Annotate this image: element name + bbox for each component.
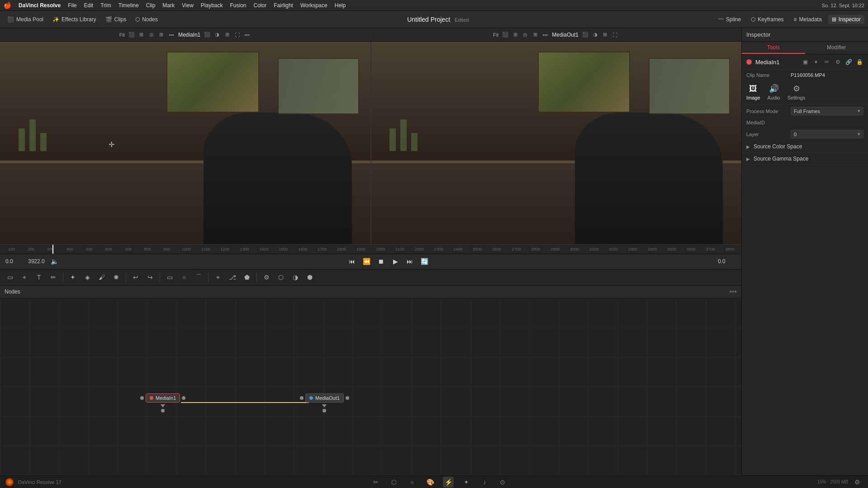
view-mode-icon[interactable]: ⬛ bbox=[128, 31, 136, 39]
menu-fairlight[interactable]: Fairlight bbox=[274, 2, 293, 9]
volume-icon[interactable]: 🔈 bbox=[51, 258, 58, 265]
right-zoom-icon[interactable]: ⬛ bbox=[581, 31, 589, 39]
tool-crosshair[interactable]: ⌖ bbox=[18, 271, 31, 284]
status-fairlight-icon[interactable]: ⚡ bbox=[443, 477, 454, 488]
right-grid-icon[interactable]: ⊞ bbox=[531, 31, 539, 39]
tool-extra4[interactable]: ⬢ bbox=[304, 271, 316, 284]
status-edit-icon[interactable]: ⬡ bbox=[389, 477, 399, 488]
status-settings-icon[interactable]: ⚙ bbox=[852, 477, 863, 488]
img-tab-audio[interactable]: 🔊 Audio bbox=[768, 84, 780, 100]
menu-playback[interactable]: Playback bbox=[201, 2, 223, 9]
tool-merge[interactable]: ◈ bbox=[81, 271, 94, 284]
clips-button[interactable]: 🎬 Clips bbox=[102, 13, 130, 26]
menu-trim[interactable]: Trim bbox=[100, 2, 111, 9]
tab-tools[interactable]: Tools bbox=[742, 42, 805, 54]
spline-button[interactable]: 〰 Spline bbox=[715, 15, 745, 24]
view-more-icon[interactable]: ••• bbox=[167, 31, 175, 39]
media-out-right-connector[interactable] bbox=[346, 396, 349, 400]
go-to-end-button[interactable]: ⏭ bbox=[404, 256, 415, 267]
menu-fusion[interactable]: Fusion bbox=[230, 2, 247, 9]
media-pool-button[interactable]: ⬛ Media Pool bbox=[4, 13, 47, 26]
right-full-icon[interactable]: ⛶ bbox=[611, 31, 619, 39]
left-zoom-icon[interactable]: ⬛ bbox=[203, 31, 211, 39]
media-in-bottom-dot[interactable] bbox=[161, 409, 165, 412]
nodes-canvas[interactable]: MediaIn1 MediaOut1 bbox=[0, 298, 741, 488]
tool-undo-path[interactable]: ↩ bbox=[129, 271, 142, 284]
img-tab-settings[interactable]: ⚙ Settings bbox=[787, 84, 806, 100]
node-link-icon[interactable]: 🔗 bbox=[844, 58, 853, 66]
status-fusion-icon[interactable]: ⟐ bbox=[407, 477, 417, 488]
tool-pen[interactable]: ✏ bbox=[47, 271, 60, 284]
timeline-ruler[interactable]: 100 200 300 400 500 600 700 800 900 1000… bbox=[0, 244, 741, 254]
stop-button[interactable]: ⏹ bbox=[375, 256, 386, 267]
right-layout-icon[interactable]: ⊞ bbox=[511, 31, 519, 39]
go-to-start-button[interactable]: ⏮ bbox=[346, 256, 357, 267]
tool-rect[interactable]: ▭ bbox=[163, 271, 176, 284]
nodes-button[interactable]: ⬡ Nodes bbox=[132, 13, 161, 26]
effects-library-button[interactable]: ✨ Effects Library bbox=[49, 13, 100, 26]
step-back-button[interactable]: ⏪ bbox=[361, 256, 372, 267]
tool-transform[interactable]: ⌖ bbox=[212, 271, 224, 284]
view-grid-icon[interactable]: ⊞ bbox=[157, 31, 166, 39]
tool-particle[interactable]: ✺ bbox=[110, 271, 123, 284]
media-out-left-connector[interactable] bbox=[300, 396, 304, 400]
tool-curve[interactable]: ⌒ bbox=[192, 271, 205, 284]
tool-extra2[interactable]: ⬡ bbox=[275, 271, 287, 284]
img-tab-image[interactable]: 🖼 Image bbox=[746, 84, 760, 100]
app-name[interactable]: DaVinci Resolve bbox=[19, 2, 61, 9]
media-in-right-connector[interactable] bbox=[182, 396, 185, 400]
menu-help[interactable]: Help bbox=[335, 2, 346, 9]
right-overlay-icon[interactable]: ◎ bbox=[521, 31, 529, 39]
keyframes-button[interactable]: ⬡ Keyframes bbox=[747, 15, 787, 24]
metadata-button[interactable]: ≡ Metadata bbox=[790, 15, 825, 24]
right-view2-icon[interactable]: ◑ bbox=[591, 31, 599, 39]
playhead[interactable] bbox=[52, 245, 53, 254]
node-settings-icon[interactable]: ⚙ bbox=[834, 58, 842, 66]
right-view-mode-icon[interactable]: ⬛ bbox=[501, 31, 509, 39]
menu-edit[interactable]: Edit bbox=[84, 2, 94, 9]
view-layout-icon[interactable]: ⊞ bbox=[138, 31, 146, 39]
tool-planar[interactable]: ⬟ bbox=[241, 271, 253, 284]
left-fit-label[interactable]: Fit bbox=[119, 32, 125, 38]
tool-node[interactable]: ✦ bbox=[66, 271, 79, 284]
status-cut-icon[interactable]: ✂ bbox=[370, 477, 381, 488]
media-out-bottom-dot[interactable] bbox=[323, 409, 326, 412]
status-deliver-icon[interactable]: ✦ bbox=[461, 477, 472, 488]
menu-view[interactable]: View bbox=[182, 2, 194, 9]
right-video-canvas[interactable] bbox=[370, 42, 742, 244]
tool-clone[interactable]: ⎇ bbox=[226, 271, 239, 284]
left-scope-icon[interactable]: ⊞ bbox=[223, 31, 231, 39]
play-button[interactable]: ▶ bbox=[390, 256, 401, 267]
source-color-space-header[interactable]: ▶ Source Color Space bbox=[742, 141, 868, 152]
left-dots-icon[interactable]: ••• bbox=[243, 31, 251, 39]
menu-mark[interactable]: Mark bbox=[162, 2, 175, 9]
tool-redo-path[interactable]: ↪ bbox=[144, 271, 157, 284]
media-in-node[interactable]: MediaIn1 bbox=[146, 393, 180, 403]
menu-color[interactable]: Color bbox=[254, 2, 267, 9]
status-audio-icon[interactable]: ♪ bbox=[479, 477, 490, 488]
nodes-panel-menu[interactable]: ••• bbox=[729, 288, 737, 296]
menu-workspace[interactable]: Workspace bbox=[300, 2, 327, 9]
tool-extra3[interactable]: ◑ bbox=[289, 271, 302, 284]
menu-timeline[interactable]: Timeline bbox=[119, 2, 139, 9]
menu-clip[interactable]: Clip bbox=[146, 2, 156, 9]
layer-select[interactable]: 0 ▾ bbox=[791, 130, 863, 138]
tool-paint[interactable]: 🖌 bbox=[95, 271, 108, 284]
node-edit-icon[interactable]: ✏ bbox=[823, 58, 831, 66]
status-collab-icon[interactable]: ⊙ bbox=[497, 477, 508, 488]
tab-modifier[interactable]: Modifier bbox=[805, 42, 868, 54]
view-overlay-icon[interactable]: ◎ bbox=[147, 31, 156, 39]
tool-extra1[interactable]: ⚙ bbox=[260, 271, 273, 284]
inspector-button[interactable]: ⊞ Inspector bbox=[828, 15, 864, 24]
right-scope-icon[interactable]: ⊞ bbox=[601, 31, 609, 39]
media-in-left-connector[interactable] bbox=[140, 396, 144, 400]
right-fit-label[interactable]: Fit bbox=[493, 32, 498, 38]
tool-text[interactable]: T bbox=[33, 271, 45, 284]
node-arrow-down-icon[interactable]: ▾ bbox=[812, 58, 820, 66]
source-gamma-space-header[interactable]: ▶ Source Gamma Space bbox=[742, 153, 868, 165]
left-view-icon[interactable]: ◑ bbox=[213, 31, 221, 39]
left-video-canvas[interactable]: ✛ bbox=[0, 42, 370, 244]
media-out-node[interactable]: MediaOut1 bbox=[305, 393, 344, 403]
loop-button[interactable]: 🔄 bbox=[419, 256, 430, 267]
node-color-icon[interactable]: ▣ bbox=[801, 58, 809, 66]
